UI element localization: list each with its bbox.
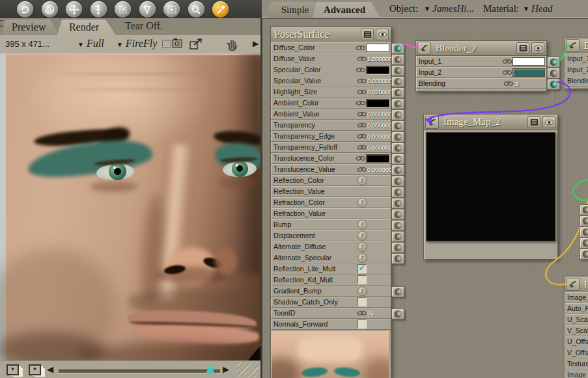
node-plug[interactable] [580,204,588,215]
poser-material-room: Simple Advanced Object: ▼ JamesHi... Mat… [0,0,588,378]
partial-node-right-middle [578,204,588,259]
node-plug[interactable] [580,249,588,260]
node-plug[interactable] [580,237,588,249]
node-plug[interactable] [580,215,588,226]
node-connection-wires [0,0,588,378]
node-plug[interactable] [580,226,588,237]
